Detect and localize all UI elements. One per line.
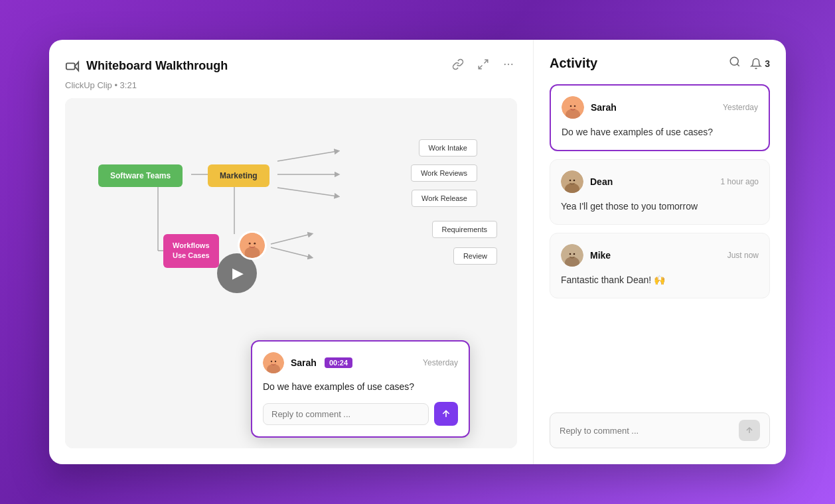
popup-reply-input[interactable] (263, 403, 429, 425)
svg-point-5 (508, 64, 509, 65)
activity-actions: 3 (729, 56, 770, 71)
wb-work-release: Work Release (412, 190, 477, 207)
wb-review: Review (453, 247, 497, 265)
svg-point-43 (573, 253, 575, 255)
video-title: Whiteboard Walkthrough (86, 59, 228, 73)
main-card: Whiteboard Walkthrough ClickUp Clip • 3:… (49, 40, 786, 464)
video-camera-icon (65, 59, 80, 74)
svg-line-28 (737, 64, 739, 66)
comment-text-sarah: Do we have examples of use cases? (562, 125, 758, 139)
svg-point-42 (569, 253, 571, 255)
svg-point-4 (504, 64, 506, 65)
comment-card-mike[interactable]: Mike Just now Fantastic thank Dean! 🙌 (550, 233, 770, 298)
comment-header-sarah: Sarah Yesterday (562, 96, 758, 119)
comment-avatar-mike (561, 244, 583, 267)
sarah-face-icon (240, 233, 265, 258)
notification-badge[interactable]: 3 (750, 58, 770, 70)
popup-author-name: Sarah (291, 357, 317, 368)
popup-timestamp: 00:24 (325, 357, 352, 368)
comment-text-mike: Fantastic thank Dean! 🙌 (561, 273, 759, 287)
video-area[interactable]: Software Teams Marketing Work Intake Wor… (65, 98, 517, 448)
video-header: Whiteboard Walkthrough (65, 56, 517, 76)
main-reply-send-button[interactable] (739, 420, 760, 441)
comment-time-mike: Just now (727, 251, 759, 260)
svg-point-19 (249, 243, 251, 245)
comment-header-dean: Dean 1 hour ago (561, 170, 759, 193)
svg-rect-0 (66, 63, 75, 69)
comment-time-dean: 1 hour ago (721, 177, 759, 186)
video-title-row: Whiteboard Walkthrough (65, 59, 228, 74)
left-panel: Whiteboard Walkthrough ClickUp Clip • 3:… (49, 40, 534, 464)
comment-card-sarah[interactable]: Sarah Yesterday Do we have examples of u… (550, 84, 770, 151)
expand-button[interactable] (475, 56, 492, 76)
notification-count: 3 (765, 58, 770, 69)
comment-card-dean[interactable]: Dean 1 hour ago Yea I'll get those to yo… (550, 159, 770, 225)
svg-point-38 (573, 180, 575, 182)
wb-requirements: Requirements (432, 221, 497, 238)
search-button[interactable] (729, 56, 741, 71)
comment-avatar-sarah (562, 96, 584, 119)
video-actions (449, 56, 517, 76)
svg-point-6 (511, 64, 512, 65)
svg-point-27 (730, 57, 738, 65)
svg-marker-1 (75, 62, 79, 70)
popup-header: Sarah 00:24 Yesterday (263, 352, 458, 373)
link-button[interactable] (449, 56, 467, 76)
svg-line-8 (277, 151, 337, 161)
comment-name-mike: Mike (590, 250, 611, 261)
right-panel: Activity 3 (534, 40, 786, 464)
wb-avatar-sarah (238, 231, 267, 260)
svg-line-15 (271, 247, 311, 257)
svg-point-37 (569, 180, 571, 182)
comments-list: Sarah Yesterday Do we have examples of u… (550, 84, 770, 402)
wb-workflows: Workflows Use Cases (163, 234, 219, 268)
video-comment-popup: Sarah 00:24 Yesterday Do we have example… (251, 340, 470, 438)
comment-text-dean: Yea I'll get those to you tomorrow (561, 200, 759, 214)
svg-point-20 (254, 243, 256, 245)
wb-software-teams: Software Teams (98, 164, 183, 187)
comment-header-mike: Mike Just now (561, 244, 759, 267)
wb-marketing: Marketing (208, 164, 269, 187)
more-options-button[interactable] (500, 56, 517, 76)
comment-name-dean: Dean (590, 176, 613, 187)
svg-line-10 (277, 188, 337, 196)
svg-point-32 (570, 105, 572, 107)
comment-avatar-dean (561, 170, 583, 193)
popup-text: Do we have examples of use cases? (263, 380, 458, 394)
wb-work-reviews: Work Reviews (411, 164, 477, 182)
comment-time-sarah: Yesterday (723, 103, 758, 112)
svg-line-14 (271, 234, 311, 244)
popup-reply-row (263, 402, 458, 426)
svg-line-3 (479, 66, 482, 69)
activity-title: Activity (550, 56, 597, 71)
wb-work-intake: Work Intake (419, 139, 478, 157)
svg-point-33 (574, 105, 576, 107)
play-icon: ▶ (232, 265, 244, 282)
popup-avatar-sarah (263, 352, 284, 373)
svg-point-24 (271, 361, 272, 362)
video-subtitle: ClickUp Clip • 3:21 (65, 80, 517, 90)
svg-line-2 (485, 60, 488, 63)
main-reply-input[interactable] (560, 426, 733, 436)
popup-send-button[interactable] (434, 402, 458, 426)
activity-header: Activity 3 (550, 56, 770, 71)
main-reply-area (550, 412, 770, 448)
comment-name-sarah: Sarah (591, 102, 617, 113)
svg-point-25 (275, 361, 276, 362)
whiteboard-content: Software Teams Marketing Work Intake Wor… (65, 98, 517, 448)
popup-date: Yesterday (423, 358, 458, 367)
